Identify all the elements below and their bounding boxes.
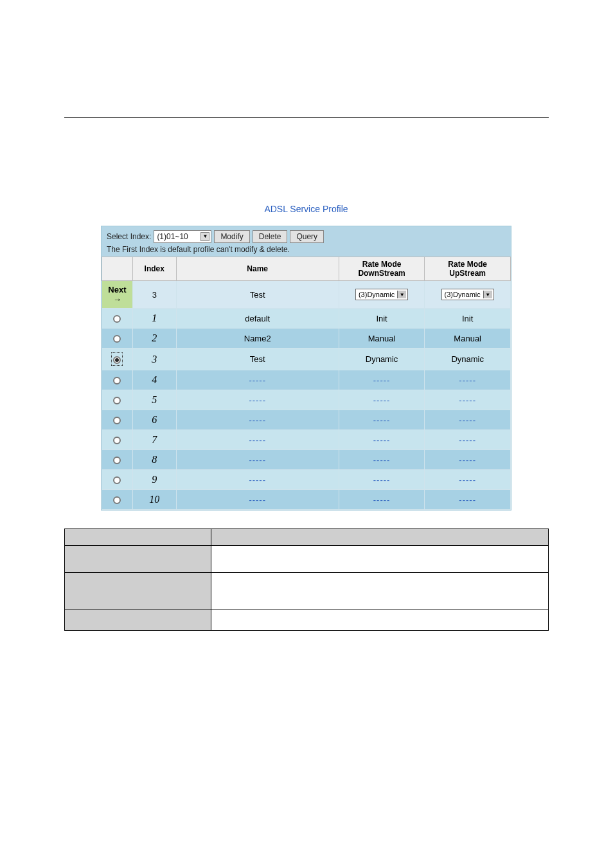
dropdown-arrow-icon: ▼ [200,232,209,241]
row-up: ----- [425,450,511,470]
select-index-label: Select Index: [107,232,151,241]
row-down: ----- [339,430,425,450]
radio-icon [113,417,121,424]
row-up: ----- [425,430,511,450]
table-row: 5--------------- [102,390,511,410]
delete-button[interactable]: Delete [253,230,288,243]
row-up: ----- [425,470,511,490]
table-row: 3TestDynamicDynamic [102,348,511,370]
row-index: 10 [132,490,176,510]
horizontal-rule [64,117,549,118]
row-index: 6 [132,410,176,430]
row-down: Dynamic [339,348,425,370]
radio-icon [113,356,121,364]
row-name: ----- [176,450,339,470]
row-name: ----- [176,470,339,490]
row-index: 5 [132,390,176,410]
next-name: Test [176,281,339,309]
table-row: 1defaultInitInit [102,309,511,329]
row-radio-cell[interactable] [102,390,133,410]
table-row: 6--------------- [102,410,511,430]
row-radio-cell[interactable] [102,430,133,450]
row-down: ----- [339,470,425,490]
query-button[interactable]: Query [290,230,324,243]
header-up: Rate Mode UpStream [425,257,511,281]
panel-box: Select Index: (1)01~10 ▼ Modify Delete Q… [101,226,511,511]
next-label: Next → [102,281,133,309]
next-down[interactable]: (3)Dynamic▼ [339,281,425,309]
row-index: 3 [132,348,176,370]
row-index: 2 [132,329,176,348]
profile-table: Index Name Rate Mode DownStream Rate Mod… [102,257,511,510]
row-up: Init [425,309,511,329]
desc-row [65,573,549,610]
radio-icon [113,315,121,323]
row-radio-cell[interactable] [102,309,133,329]
row-radio-cell[interactable] [102,348,133,370]
row-down: Manual [339,329,425,348]
row-down: ----- [339,450,425,470]
header-index: Index [132,257,176,281]
row-down: ----- [339,490,425,510]
radio-icon [113,457,121,464]
row-up: Dynamic [425,348,511,370]
table-row: 2Name2ManualManual [102,329,511,348]
desc-row [65,610,549,631]
desc-row [65,546,549,573]
row-up: Manual [425,329,511,348]
row-name: ----- [176,410,339,430]
row-down: ----- [339,390,425,410]
radio-icon [113,335,121,343]
table-row: 7--------------- [102,430,511,450]
row-up: ----- [425,410,511,430]
row-index: 8 [132,450,176,470]
radio-icon [113,476,121,484]
row-up: ----- [425,390,511,410]
adsl-service-profile-panel: ADSL Service Profile Select Index: (1)01… [101,204,511,511]
radio-icon [113,437,121,444]
header-down: Rate Mode DownStream [339,257,425,281]
table-row: 9--------------- [102,470,511,490]
row-name: ----- [176,370,339,390]
row-radio-cell[interactable] [102,329,133,348]
row-name: ----- [176,490,339,510]
row-name: Name2 [176,329,339,348]
select-index-value: (1)01~10 [157,232,188,241]
dropdown-arrow-icon: ▼ [397,291,406,298]
row-name: ----- [176,390,339,410]
row-index: 7 [132,430,176,450]
dropdown-arrow-icon: ▼ [483,291,492,298]
row-index: 1 [132,309,176,329]
modify-button[interactable]: Modify [214,230,249,243]
row-down: ----- [339,370,425,390]
toolbar-note: The First Index is default profile can't… [107,245,506,254]
next-row: Next →3Test(3)Dynamic▼(3)Dynamic▼ [102,281,511,309]
next-up[interactable]: (3)Dynamic▼ [425,281,511,309]
header-name: Name [176,257,339,281]
toolbar: Select Index: (1)01~10 ▼ Modify Delete Q… [102,226,511,257]
select-index-dropdown[interactable]: (1)01~10 ▼ [154,230,211,243]
row-down: ----- [339,410,425,430]
desc-row [65,529,549,546]
row-radio-cell[interactable] [102,470,133,490]
radio-icon [113,397,121,404]
row-name: default [176,309,339,329]
row-radio-cell[interactable] [102,410,133,430]
radio-icon [113,377,121,384]
table-header-row: Index Name Rate Mode DownStream Rate Mod… [102,257,511,281]
row-down: Init [339,309,425,329]
table-row: 8--------------- [102,450,511,470]
panel-title: ADSL Service Profile [101,204,511,214]
next-index: 3 [132,281,176,309]
table-row: 4--------------- [102,370,511,390]
row-up: ----- [425,490,511,510]
header-blank [102,257,133,281]
row-name: Test [176,348,339,370]
description-table [64,529,549,631]
row-index: 4 [132,370,176,390]
row-radio-cell[interactable] [102,490,133,510]
row-index: 9 [132,470,176,490]
row-radio-cell[interactable] [102,450,133,470]
row-radio-cell[interactable] [102,370,133,390]
radio-icon [113,496,121,504]
